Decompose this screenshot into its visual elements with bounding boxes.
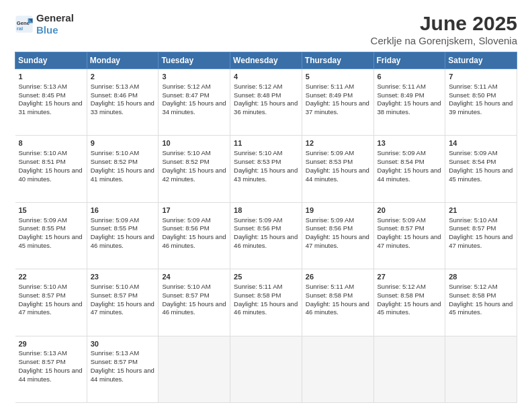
calendar-cell: 17Sunrise: 5:09 AMSunset: 8:56 PMDayligh… bbox=[159, 202, 230, 269]
calendar-cell bbox=[159, 336, 230, 402]
daylight-label: Daylight: 15 hours and 47 minutes. bbox=[91, 300, 154, 316]
day-number: 15 bbox=[19, 205, 83, 216]
sunrise-text: Sunrise: 5:12 AM bbox=[378, 283, 426, 290]
calendar-table: SundayMondayTuesdayWednesdayThursdayFrid… bbox=[15, 52, 517, 403]
daylight-label: Daylight: 15 hours and 47 minutes. bbox=[19, 300, 83, 316]
sunset-text: Sunset: 8:53 PM bbox=[306, 158, 353, 165]
day-number: 9 bbox=[91, 138, 155, 148]
sunrise-text: Sunrise: 5:09 AM bbox=[91, 216, 139, 224]
logo-blue: Blue bbox=[36, 24, 58, 36]
logo-icon: Gene ral bbox=[15, 15, 34, 34]
calendar-cell: 13Sunrise: 5:09 AMSunset: 8:54 PMDayligh… bbox=[373, 136, 445, 202]
sunrise-text: Sunrise: 5:09 AM bbox=[234, 216, 282, 224]
sunrise-text: Sunrise: 5:11 AM bbox=[378, 83, 426, 90]
daylight-label: Daylight: 15 hours and 43 minutes. bbox=[234, 167, 298, 183]
day-number: 13 bbox=[378, 138, 442, 148]
sunrise-text: Sunrise: 5:09 AM bbox=[378, 216, 426, 224]
day-number: 24 bbox=[162, 272, 226, 282]
sunrise-text: Sunrise: 5:13 AM bbox=[91, 349, 139, 357]
daylight-label: Daylight: 15 hours and 45 minutes. bbox=[19, 233, 83, 249]
day-number: 16 bbox=[91, 205, 155, 216]
day-number: 18 bbox=[234, 205, 298, 216]
calendar-cell: 11Sunrise: 5:10 AMSunset: 8:53 PMDayligh… bbox=[230, 136, 302, 202]
sunset-text: Sunset: 8:57 PM bbox=[19, 291, 66, 299]
sunrise-text: Sunrise: 5:10 AM bbox=[91, 149, 139, 156]
daylight-label: Daylight: 15 hours and 46 minutes. bbox=[234, 233, 298, 249]
daylight-label: Daylight: 15 hours and 47 minutes. bbox=[449, 233, 513, 249]
day-number: 5 bbox=[306, 72, 370, 82]
calendar-cell: 6Sunrise: 5:11 AMSunset: 8:49 PMDaylight… bbox=[373, 69, 445, 136]
sunrise-text: Sunrise: 5:11 AM bbox=[234, 283, 282, 290]
calendar-week-row: 29Sunrise: 5:13 AMSunset: 8:57 PMDayligh… bbox=[15, 336, 517, 402]
sunset-text: Sunset: 8:57 PM bbox=[449, 224, 496, 232]
sunrise-text: Sunrise: 5:11 AM bbox=[306, 83, 354, 90]
day-number: 19 bbox=[306, 205, 370, 216]
calendar-cell: 8Sunrise: 5:10 AMSunset: 8:51 PMDaylight… bbox=[15, 136, 87, 202]
sunrise-text: Sunrise: 5:09 AM bbox=[449, 149, 497, 156]
logo-text: General Blue bbox=[36, 12, 74, 36]
logo: Gene ral General Blue bbox=[15, 12, 74, 36]
sunrise-text: Sunrise: 5:13 AM bbox=[19, 349, 67, 357]
logo-general: General bbox=[36, 12, 74, 24]
day-number: 26 bbox=[306, 272, 370, 282]
sunrise-text: Sunrise: 5:09 AM bbox=[378, 149, 426, 156]
day-number: 6 bbox=[378, 72, 442, 82]
daylight-label: Daylight: 15 hours and 45 minutes. bbox=[378, 300, 441, 316]
calendar-cell: 23Sunrise: 5:10 AMSunset: 8:57 PMDayligh… bbox=[87, 269, 159, 336]
calendar-cell: 24Sunrise: 5:10 AMSunset: 8:57 PMDayligh… bbox=[159, 269, 230, 336]
daylight-label: Daylight: 15 hours and 33 minutes. bbox=[91, 99, 154, 116]
sunset-text: Sunset: 8:49 PM bbox=[306, 91, 353, 99]
day-number: 22 bbox=[19, 272, 83, 282]
day-number: 30 bbox=[91, 339, 155, 349]
sunset-text: Sunset: 8:58 PM bbox=[234, 291, 281, 299]
sunrise-text: Sunrise: 5:10 AM bbox=[162, 149, 210, 156]
subtitle: Cerklje na Gorenjskem, Slovenia bbox=[371, 35, 517, 46]
sunrise-text: Sunrise: 5:12 AM bbox=[234, 83, 282, 90]
sunrise-text: Sunrise: 5:13 AM bbox=[19, 83, 67, 90]
calendar-cell: 21Sunrise: 5:10 AMSunset: 8:57 PMDayligh… bbox=[445, 202, 517, 269]
daylight-label: Daylight: 15 hours and 44 minutes. bbox=[378, 167, 441, 183]
calendar-cell: 27Sunrise: 5:12 AMSunset: 8:58 PMDayligh… bbox=[373, 269, 445, 336]
sunset-text: Sunset: 8:48 PM bbox=[234, 91, 281, 99]
sunrise-text: Sunrise: 5:09 AM bbox=[306, 149, 354, 156]
daylight-label: Daylight: 15 hours and 44 minutes. bbox=[306, 167, 369, 183]
sunrise-text: Sunrise: 5:09 AM bbox=[306, 216, 354, 224]
sunset-text: Sunset: 8:47 PM bbox=[162, 91, 209, 99]
daylight-label: Daylight: 15 hours and 45 minutes. bbox=[449, 167, 513, 183]
svg-text:ral: ral bbox=[17, 26, 23, 32]
calendar-cell: 5Sunrise: 5:11 AMSunset: 8:49 PMDaylight… bbox=[302, 69, 373, 136]
daylight-label: Daylight: 15 hours and 47 minutes. bbox=[378, 233, 441, 249]
calendar-cell: 7Sunrise: 5:11 AMSunset: 8:50 PMDaylight… bbox=[445, 69, 517, 136]
sunrise-text: Sunrise: 5:11 AM bbox=[306, 283, 354, 290]
daylight-label: Daylight: 15 hours and 34 minutes. bbox=[162, 99, 226, 116]
sunrise-text: Sunrise: 5:10 AM bbox=[449, 216, 497, 224]
daylight-label: Daylight: 15 hours and 44 minutes. bbox=[19, 367, 83, 383]
daylight-label: Daylight: 15 hours and 46 minutes. bbox=[162, 300, 226, 316]
daylight-label: Daylight: 15 hours and 44 minutes. bbox=[91, 367, 154, 383]
col-header-thursday: Thursday bbox=[302, 52, 373, 69]
sunset-text: Sunset: 8:52 PM bbox=[162, 158, 209, 165]
calendar-cell: 19Sunrise: 5:09 AMSunset: 8:56 PMDayligh… bbox=[302, 202, 373, 269]
daylight-label: Daylight: 15 hours and 45 minutes. bbox=[449, 300, 513, 316]
sunrise-text: Sunrise: 5:10 AM bbox=[19, 283, 67, 290]
sunrise-text: Sunrise: 5:10 AM bbox=[162, 283, 210, 290]
daylight-label: Daylight: 15 hours and 46 minutes. bbox=[306, 300, 369, 316]
sunset-text: Sunset: 8:58 PM bbox=[378, 291, 425, 299]
sunrise-text: Sunrise: 5:09 AM bbox=[162, 216, 210, 224]
daylight-label: Daylight: 15 hours and 42 minutes. bbox=[162, 167, 226, 183]
col-header-tuesday: Tuesday bbox=[159, 52, 230, 69]
col-header-friday: Friday bbox=[373, 52, 445, 69]
daylight-label: Daylight: 15 hours and 31 minutes. bbox=[19, 99, 83, 116]
calendar-cell: 9Sunrise: 5:10 AMSunset: 8:52 PMDaylight… bbox=[87, 136, 159, 202]
sunset-text: Sunset: 8:57 PM bbox=[91, 358, 138, 365]
sunrise-text: Sunrise: 5:10 AM bbox=[234, 149, 282, 156]
day-number: 28 bbox=[449, 272, 513, 282]
col-header-saturday: Saturday bbox=[445, 52, 517, 69]
day-number: 27 bbox=[378, 272, 442, 282]
sunrise-text: Sunrise: 5:10 AM bbox=[91, 283, 139, 290]
calendar-cell: 14Sunrise: 5:09 AMSunset: 8:54 PMDayligh… bbox=[445, 136, 517, 202]
calendar-cell: 3Sunrise: 5:12 AMSunset: 8:47 PMDaylight… bbox=[159, 69, 230, 136]
sunset-text: Sunset: 8:57 PM bbox=[162, 291, 209, 299]
page: Gene ral General Blue June 2025 Cerklje … bbox=[0, 0, 532, 411]
daylight-label: Daylight: 15 hours and 40 minutes. bbox=[19, 167, 83, 183]
